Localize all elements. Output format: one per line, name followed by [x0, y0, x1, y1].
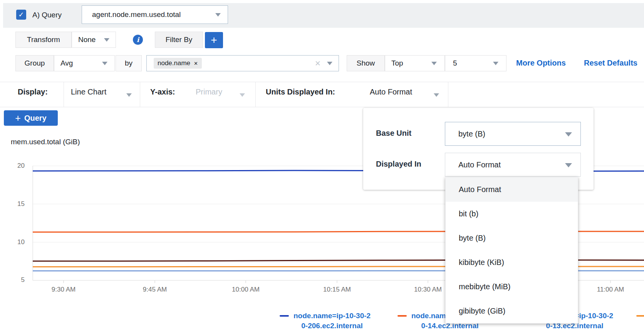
show-label-chip: Show — [347, 55, 385, 71]
chevron-down-icon — [493, 62, 498, 65]
group-by-tag-label: node.name — [158, 59, 190, 67]
clear-input-icon[interactable]: ✕ — [315, 59, 321, 68]
query-editor-screen: ✓ A) Query agent.node.mem.used.total Tra… — [0, 0, 644, 334]
unit-option[interactable]: kibibyte (KiB) — [446, 250, 578, 275]
displayed-in-value: Auto Format — [445, 160, 501, 169]
units-select[interactable]: Auto Format — [370, 88, 412, 96]
legend-dash-icon — [636, 315, 644, 317]
chevron-down-icon — [126, 93, 132, 97]
aggregation-select-value: Avg — [54, 59, 73, 67]
unit-option[interactable]: Auto Format — [446, 177, 578, 202]
legend-item[interactable] — [636, 311, 644, 317]
transform-label-chip: Transform — [15, 32, 72, 48]
base-unit-select[interactable]: byte (B) — [445, 122, 581, 146]
show-mode-value: Top — [385, 59, 403, 67]
x-tick-label: 9:30 AM — [42, 286, 85, 294]
query-label: A) Query — [32, 11, 62, 19]
show-count-select[interactable]: 5 — [445, 55, 506, 71]
yaxis-select[interactable]: Primary — [196, 88, 222, 96]
unit-option[interactable]: mebibyte (MiB) — [446, 275, 578, 299]
group-label-chip: Group — [15, 55, 54, 71]
chevron-down-icon — [102, 62, 107, 65]
base-unit-label: Base Unit — [376, 129, 411, 138]
legend-item[interactable]: node.name=ip-10-30-2 0-206.ec2.internal — [280, 311, 371, 331]
query-enabled-checkbox[interactable]: ✓ — [16, 10, 26, 20]
unit-option[interactable]: byte (B) — [446, 226, 578, 250]
x-tick-label: 10:15 AM — [316, 286, 358, 294]
chevron-down-icon — [431, 62, 437, 65]
legend-label-line1: node.name=ip-10-30-2 — [293, 311, 371, 321]
units-displayed-label: Units Displayed In: — [266, 88, 335, 96]
show-mode-select[interactable]: Top — [385, 55, 445, 71]
plus-icon: + — [15, 113, 21, 124]
chevron-down-icon — [104, 38, 109, 42]
divider — [255, 82, 256, 107]
show-count-value: 5 — [445, 59, 457, 67]
chevron-down-icon — [565, 163, 572, 167]
unit-option[interactable]: gibibyte (GiB) — [446, 299, 578, 323]
chevron-down-icon — [215, 13, 221, 17]
x-tick-label: 10:30 AM — [407, 286, 449, 294]
transform-select-value: None — [72, 35, 96, 44]
chart-title: mem.used.total (GiB) — [11, 138, 80, 146]
metric-select-value: agent.node.mem.used.total — [82, 10, 181, 19]
reset-defaults-link[interactable]: Reset Defaults — [584, 59, 637, 67]
chevron-down-icon — [434, 93, 439, 97]
legend-dash-icon — [397, 315, 407, 317]
checkmark-icon: ✓ — [18, 10, 24, 19]
base-unit-value: byte (B) — [445, 130, 485, 138]
aggregation-select[interactable]: Avg — [54, 55, 115, 71]
metric-select[interactable]: agent.node.mem.used.total — [82, 5, 228, 24]
add-query-button[interactable]: + Query — [4, 110, 58, 126]
unit-option[interactable]: bit (b) — [446, 202, 578, 226]
chart-type-select[interactable]: Line Chart — [71, 88, 106, 96]
plus-icon: + — [211, 34, 217, 46]
divider — [448, 82, 448, 107]
add-filter-button[interactable]: + — [205, 32, 223, 48]
legend-dash-icon — [280, 315, 289, 317]
displayed-in-label: Displayed In — [376, 160, 421, 169]
display-label: Display: — [18, 88, 48, 96]
yaxis-label: Y-axis: — [150, 88, 175, 96]
legend-label-line2: 0-206.ec2.internal — [301, 321, 362, 331]
chevron-down-icon — [327, 62, 332, 65]
transform-select[interactable]: None — [72, 32, 116, 48]
add-query-button-label: Query — [24, 114, 47, 123]
displayed-in-select[interactable]: Auto Format — [445, 153, 581, 177]
chevron-down-icon — [240, 93, 245, 97]
divider — [64, 82, 64, 107]
x-tick-label: 11:00 AM — [589, 286, 632, 294]
info-icon[interactable]: i — [133, 35, 143, 45]
filter-by-label-chip: Filter By — [155, 32, 203, 48]
by-label-chip: by — [116, 55, 142, 71]
y-tick-label: 20 — [8, 162, 25, 170]
group-by-input[interactable]: node.name ✕ ✕ — [146, 55, 339, 71]
divider — [140, 82, 140, 107]
x-tick-label: 9:45 AM — [134, 286, 176, 294]
y-tick-label: 5 — [8, 276, 25, 284]
chevron-down-icon — [565, 132, 572, 137]
unit-options-list: Auto Format bit (b) byte (B) kibibyte (K… — [445, 177, 578, 324]
more-options-link[interactable]: More Options — [516, 59, 566, 67]
group-by-tag[interactable]: node.name ✕ — [154, 58, 202, 69]
y-tick-label: 15 — [8, 200, 25, 208]
y-tick-label: 10 — [8, 238, 25, 246]
remove-tag-icon[interactable]: ✕ — [194, 61, 198, 66]
x-tick-label: 10:00 AM — [225, 286, 267, 294]
